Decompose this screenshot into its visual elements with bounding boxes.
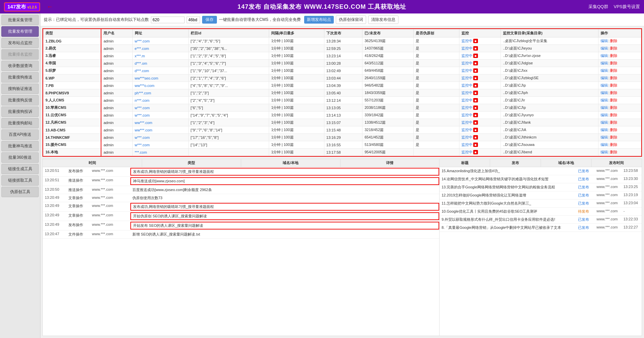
- delete-link[interactable]: 删除: [610, 39, 617, 43]
- sidebar-item-sogou-complaint[interactable]: 批量搜狗投诉: [1, 106, 39, 117]
- sidebar-item-link-extract[interactable]: 链接抓取工具: [1, 175, 39, 186]
- monitor-badge[interactable]: ■: [473, 91, 478, 95]
- site-url-link[interactable]: ph***.com: [135, 91, 151, 95]
- monitor-badge[interactable]: ■: [473, 150, 478, 154]
- qq-group-link[interactable]: 采集QQ群: [588, 4, 608, 10]
- token-num-input[interactable]: [187, 17, 200, 23]
- site-url-link[interactable]: ww***.com: [135, 128, 153, 132]
- monitor-link[interactable]: 监控中: [461, 54, 473, 58]
- monitor-link[interactable]: 监控中: [461, 143, 473, 147]
- sidebar-item-link-gen[interactable]: 链接生成工具: [1, 164, 39, 174]
- site-url-link[interactable]: w***.com: [135, 143, 150, 147]
- site-url-link[interactable]: w***.com: [135, 106, 150, 110]
- site-url-link[interactable]: ***.com: [135, 150, 147, 154]
- delete-link[interactable]: 删除: [610, 83, 617, 87]
- sidebar-item-sogou-feedback[interactable]: 批量搜狗反馈: [1, 95, 39, 105]
- monitor-badge[interactable]: ■: [473, 76, 478, 80]
- vps-settings-link[interactable]: VPS拨号设置: [614, 4, 640, 10]
- monitor-badge[interactable]: ■: [473, 46, 478, 51]
- site-url-link[interactable]: d***.com: [135, 69, 149, 73]
- delete-link[interactable]: 删除: [610, 135, 617, 139]
- site-url-link[interactable]: ww***.com: [135, 121, 153, 125]
- delete-link[interactable]: 删除: [610, 54, 617, 58]
- save-button[interactable]: 保存: [202, 16, 217, 24]
- monitor-badge[interactable]: ■: [473, 143, 478, 147]
- edit-link[interactable]: 编辑: [601, 39, 608, 43]
- monitor-badge[interactable]: ■: [473, 68, 478, 73]
- delete-link[interactable]: 删除: [610, 61, 617, 65]
- edit-link[interactable]: 编辑: [601, 98, 608, 102]
- monitor-link[interactable]: 监控中: [461, 39, 473, 43]
- monitor-badge[interactable]: ■: [473, 113, 478, 117]
- new-site-button[interactable]: 新增发布站点: [304, 16, 334, 24]
- delete-link[interactable]: 删除: [610, 46, 617, 50]
- delete-link[interactable]: 删除: [610, 91, 617, 95]
- delete-link[interactable]: 删除: [610, 105, 617, 110]
- monitor-link[interactable]: 监控中: [461, 150, 473, 154]
- monitor-badge[interactable]: ■: [473, 54, 478, 58]
- monitor-link[interactable]: 监控中: [461, 46, 473, 50]
- monitor-badge[interactable]: ■: [473, 128, 478, 132]
- monitor-badge[interactable]: ■: [473, 83, 478, 88]
- monitor-badge[interactable]: ■: [473, 61, 478, 65]
- delete-link[interactable]: 删除: [610, 128, 617, 132]
- monitor-link[interactable]: 监控中: [461, 68, 473, 72]
- delete-link[interactable]: 删除: [610, 76, 617, 80]
- sidebar-item-sogou-verify[interactable]: 搜狗验证推送: [1, 84, 39, 94]
- sidebar-item-publish[interactable]: 批量发布管理: [1, 26, 39, 37]
- monitor-badge[interactable]: ■: [473, 135, 478, 140]
- edit-link[interactable]: 编辑: [601, 113, 608, 117]
- edit-link[interactable]: 编辑: [601, 135, 608, 139]
- edit-link[interactable]: 编辑: [601, 68, 608, 72]
- monitor-badge[interactable]: ■: [473, 105, 478, 110]
- delete-link[interactable]: 删除: [610, 150, 617, 154]
- delete-link[interactable]: 删除: [610, 143, 617, 147]
- delete-link[interactable]: 删除: [610, 120, 617, 124]
- edit-link[interactable]: 编辑: [601, 83, 608, 87]
- monitor-link[interactable]: 监控中: [461, 113, 473, 117]
- monitor-link[interactable]: 监控中: [461, 76, 473, 80]
- monitor-link[interactable]: 监控中: [461, 98, 473, 102]
- site-url-link[interactable]: e***.com: [135, 47, 149, 51]
- edit-link[interactable]: 编辑: [601, 143, 608, 147]
- sidebar-item-360-push[interactable]: 批量360推送: [1, 152, 39, 163]
- site-url-link[interactable]: w***.com: [135, 135, 150, 140]
- site-url-link[interactable]: d***.om: [135, 61, 147, 65]
- sidebar-item-monitor[interactable]: 发布站点监控: [1, 38, 39, 48]
- token-input[interactable]: [151, 17, 185, 23]
- monitor-badge[interactable]: ■: [473, 120, 478, 125]
- edit-link[interactable]: 编辑: [601, 54, 608, 58]
- monitor-link[interactable]: 监控中: [461, 105, 473, 110]
- site-url-link[interactable]: rr***.com: [135, 98, 150, 102]
- site-url-link[interactable]: x***.m: [135, 54, 145, 58]
- clear-info-button[interactable]: 清除发布信息: [368, 16, 398, 24]
- edit-link[interactable]: 编辑: [601, 150, 608, 154]
- site-url-link[interactable]: w***.com: [135, 39, 150, 43]
- delete-link[interactable]: 删除: [610, 68, 617, 72]
- monitor-link[interactable]: 监控中: [461, 120, 473, 124]
- sidebar-item-baidu-api[interactable]: 百度API推送: [1, 129, 39, 140]
- monitor-link[interactable]: 监控中: [461, 83, 473, 87]
- sidebar-item-sogou-push[interactable]: 批量搜狗推送: [1, 72, 39, 83]
- edit-link[interactable]: 编辑: [601, 128, 608, 132]
- site-url-link[interactable]: ww***o.com: [135, 84, 155, 88]
- pseudo-keep-button[interactable]: 伪原创保留词: [336, 16, 366, 24]
- delete-link[interactable]: 删除: [610, 113, 617, 117]
- site-url-link[interactable]: w***.com: [135, 113, 150, 117]
- edit-link[interactable]: 编辑: [601, 61, 608, 65]
- monitor-badge[interactable]: ■: [473, 39, 478, 43]
- sidebar-item-collect[interactable]: 批量采集管理: [1, 15, 39, 25]
- edit-link[interactable]: 编辑: [601, 120, 608, 124]
- sidebar-item-shenma-push[interactable]: 批量神马推送: [1, 141, 39, 151]
- site-url-link[interactable]: ww***seo.com: [135, 76, 158, 80]
- edit-link[interactable]: 编辑: [601, 76, 608, 80]
- monitor-link[interactable]: 监控中: [461, 128, 473, 132]
- monitor-link[interactable]: 监控中: [461, 91, 473, 95]
- sidebar-item-records[interactable]: 收录数据查询: [1, 61, 39, 71]
- edit-link[interactable]: 编辑: [601, 105, 608, 110]
- edit-link[interactable]: 编辑: [601, 46, 608, 50]
- edit-link[interactable]: 编辑: [601, 91, 608, 95]
- delete-link[interactable]: 删除: [610, 98, 617, 102]
- sidebar-item-sogou-mail[interactable]: 批量搜狗邮站: [1, 118, 39, 128]
- monitor-link[interactable]: 监控中: [461, 61, 473, 65]
